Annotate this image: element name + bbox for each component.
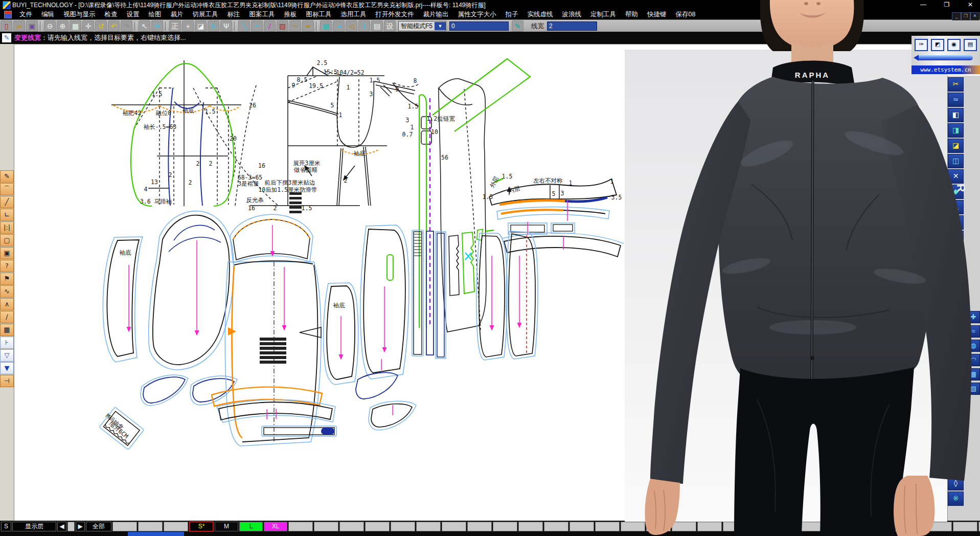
- dot-tool-icon[interactable]: ◉: [947, 39, 961, 51]
- measure-slash-tool-icon[interactable]: ∕: [0, 311, 14, 323]
- rect-outline-tool-icon[interactable]: ▢: [0, 234, 14, 247]
- layer-slot-button[interactable]: [467, 522, 492, 531]
- hatch-tool-icon[interactable]: ▨: [277, 20, 288, 32]
- help-tool-icon[interactable]: ?: [0, 260, 14, 272]
- menu-item-17[interactable]: 实线虚线: [523, 10, 558, 19]
- menu-item-7[interactable]: 切展工具: [188, 10, 223, 19]
- patch-tool-icon[interactable]: ⚑: [0, 273, 14, 285]
- layer-slot-button[interactable]: [391, 522, 415, 531]
- layer-slot-button[interactable]: [112, 522, 137, 531]
- parallel-tool-icon[interactable]: ＝: [251, 20, 263, 32]
- grid-tool-icon[interactable]: ▤: [371, 20, 383, 32]
- layer-slot-button[interactable]: [493, 522, 517, 531]
- merge-tool-icon[interactable]: ⇥: [333, 20, 345, 32]
- zheng-tool-icon[interactable]: 正: [169, 20, 181, 32]
- zoom-area-icon[interactable]: ▦: [70, 20, 81, 32]
- corner-axis-tool-icon[interactable]: ∟: [0, 209, 14, 221]
- menu-item-12[interactable]: 选用工具: [336, 10, 371, 19]
- menu-item-3[interactable]: 检查: [100, 10, 122, 19]
- curve-edit-icon[interactable]: ◩: [931, 39, 944, 51]
- size-chip-l[interactable]: L: [239, 522, 263, 531]
- measure-line-tool-icon[interactable]: ∿: [0, 285, 14, 298]
- curve-pen-tool-icon[interactable]: ✎: [0, 170, 14, 183]
- mode-dropdown[interactable]: 智能模式F5 ▼: [398, 21, 446, 31]
- menu-item-2[interactable]: 视图与显示: [59, 10, 100, 19]
- size-chip-xl[interactable]: XL: [264, 522, 287, 531]
- layer-slot-button[interactable]: [314, 522, 338, 531]
- layer-label[interactable]: 显示层: [12, 522, 56, 531]
- mirror-tool-icon[interactable]: ◪: [195, 20, 207, 32]
- menu-item-1[interactable]: 编辑: [37, 10, 59, 19]
- menu-item-0[interactable]: 文件: [15, 10, 37, 19]
- plus-tool-icon[interactable]: ＋: [182, 20, 194, 32]
- zoom-out-icon[interactable]: ⊖: [44, 20, 56, 32]
- print-icon[interactable]: ▤: [964, 39, 977, 51]
- pen-tool-icon[interactable]: ∕: [264, 20, 276, 32]
- psi-tool-icon[interactable]: Ψ: [220, 20, 232, 32]
- pin-tool-icon[interactable]: ⊣: [0, 375, 14, 387]
- layer-slot-button[interactable]: [518, 522, 543, 531]
- calculator-tool-icon[interactable]: ▦: [0, 324, 14, 336]
- rect-filled-tool-icon[interactable]: ▣: [0, 247, 14, 259]
- size-chip-m[interactable]: M: [215, 522, 238, 531]
- line-width-input[interactable]: [547, 21, 597, 31]
- measure-angle-tool-icon[interactable]: ∧: [0, 298, 14, 310]
- menu-item-4[interactable]: 设置: [122, 10, 144, 19]
- align-corner-tool-icon[interactable]: ⊦: [0, 337, 14, 349]
- scrollbar-thumb[interactable]: [128, 532, 184, 536]
- menu-item-18[interactable]: 波浪线: [558, 10, 586, 19]
- vendor-website[interactable]: www.etsystem.cn: [911, 65, 980, 74]
- menu-item-15[interactable]: 属性文字大小: [453, 10, 501, 19]
- notch-tool-icon[interactable]: ◁: [346, 20, 357, 32]
- undo-icon[interactable]: ↶: [108, 20, 120, 32]
- pan-hand-icon[interactable]: ✛: [82, 20, 94, 32]
- divide-ratio-tool-icon[interactable]: |:|: [0, 221, 14, 234]
- rotate-tool-icon[interactable]: ↻: [208, 20, 219, 32]
- new-file-icon[interactable]: ▯: [1, 20, 12, 32]
- save-file-icon[interactable]: ▣: [26, 20, 38, 32]
- move-tool-icon[interactable]: ✛: [151, 20, 163, 32]
- layer-next-button[interactable]: ▶: [76, 522, 85, 531]
- menu-item-6[interactable]: 裁片: [166, 10, 188, 19]
- layer-slot-button[interactable]: [288, 522, 313, 531]
- pick-width-icon[interactable]: ✎: [512, 20, 523, 32]
- layer-slider-box[interactable]: [67, 522, 75, 531]
- layer-slot-button[interactable]: [544, 522, 568, 531]
- select-arrow-icon[interactable]: ↖: [139, 20, 150, 32]
- color-palette-icon[interactable]: ▦: [320, 20, 332, 32]
- zoom-in-icon[interactable]: ⊕: [57, 20, 69, 32]
- layer-slot-button[interactable]: [164, 522, 188, 531]
- menu-item-14[interactable]: 裁片输出: [419, 10, 453, 19]
- layer-all-button[interactable]: 全部: [86, 522, 111, 531]
- curve-tool-icon[interactable]: ~: [289, 20, 301, 32]
- vector-tool-icon[interactable]: ↓: [358, 20, 370, 32]
- layer-slot-button[interactable]: [416, 522, 441, 531]
- menu-item-9[interactable]: 图案工具: [245, 10, 280, 19]
- line-tool-icon[interactable]: ╲: [238, 20, 250, 32]
- layer-slot-button[interactable]: [365, 522, 390, 531]
- menu-item-11[interactable]: 图标工具: [302, 10, 336, 19]
- pen-width-icon[interactable]: ✑: [915, 39, 928, 51]
- menu-item-5[interactable]: 绘图: [144, 10, 166, 19]
- layer-slot-button[interactable]: [138, 522, 163, 531]
- layer-slot-button[interactable]: [569, 522, 594, 531]
- filter-funnel-tool-icon[interactable]: ▽: [0, 349, 14, 362]
- menu-item-10[interactable]: 推板: [280, 10, 302, 19]
- layer-slot-button[interactable]: [339, 522, 364, 531]
- layer-slot-button[interactable]: [442, 522, 466, 531]
- menu-item-16[interactable]: 扣子: [501, 10, 523, 19]
- refresh-view-icon[interactable]: ↺: [95, 20, 107, 32]
- coord-input[interactable]: [449, 21, 509, 31]
- size-chip-s*[interactable]: S*: [189, 521, 214, 532]
- settings-tool-icon[interactable]: 设: [384, 20, 396, 32]
- menu-item-13[interactable]: 打开外发文件: [371, 10, 419, 19]
- open-file-icon[interactable]: ▱: [13, 20, 25, 32]
- spline-tool-icon[interactable]: ≈: [302, 20, 314, 32]
- curve-tool-icon[interactable]: ⌒: [0, 183, 14, 195]
- layer-prev-button[interactable]: ◀: [57, 522, 66, 531]
- menu-item-8[interactable]: 标注: [223, 10, 245, 19]
- layer-s-button[interactable]: S: [1, 522, 11, 531]
- chevron-down-icon[interactable]: ▼: [435, 22, 446, 30]
- filter-arrow-tool-icon[interactable]: ▼: [0, 362, 14, 374]
- redo-icon[interactable]: ↷: [121, 20, 132, 32]
